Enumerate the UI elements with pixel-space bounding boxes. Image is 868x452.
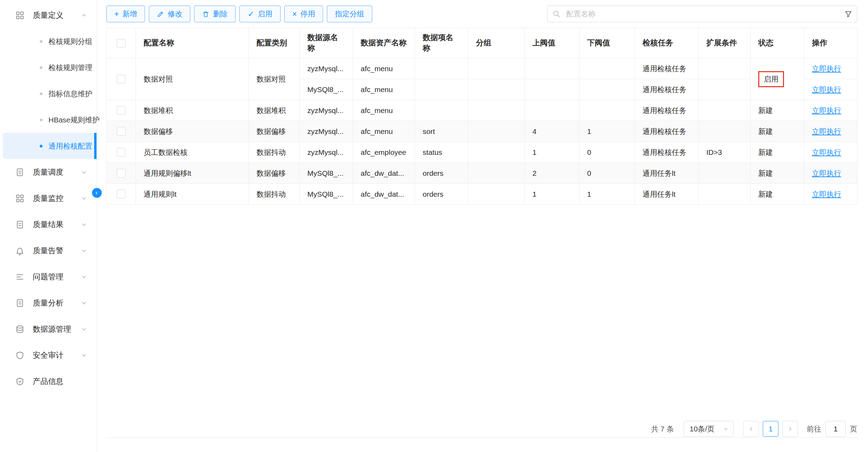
execute-now-link[interactable]: 立即执行 xyxy=(812,148,841,156)
disable-button[interactable]: × 停用 xyxy=(284,6,323,22)
sidebar-item-quality-monitor[interactable]: 质量监控 xyxy=(0,185,97,211)
bullet-dot-icon xyxy=(40,119,43,121)
page-1-button[interactable]: 1 xyxy=(763,421,778,437)
sidebar-item-indicator-maintenance[interactable]: 指标信息维护 xyxy=(3,81,94,107)
enable-button-label: 启用 xyxy=(258,9,272,19)
chevron-down-icon xyxy=(80,326,87,333)
sidebar-item-quality-schedule[interactable]: 质量调度 xyxy=(0,159,97,185)
select-all-checkbox[interactable] xyxy=(117,39,125,48)
row-checkbox-cell xyxy=(107,121,136,142)
row-checkbox[interactable] xyxy=(117,148,125,157)
row-checkbox-cell xyxy=(107,163,136,184)
sidebar-item-quality-analysis[interactable]: 质量分析 xyxy=(0,290,97,316)
sidebar-item-datasource-management[interactable]: 数据源管理 xyxy=(0,316,97,342)
content-spacer xyxy=(106,205,857,420)
sidebar-item-hbase-rule-maintenance[interactable]: HBase规则维护 xyxy=(3,107,94,133)
sidebar-item-issue-management[interactable]: 问题管理 xyxy=(0,264,97,290)
status-text: 新建 xyxy=(758,190,773,198)
plus-icon: + xyxy=(114,10,119,18)
table-header-row: 配置名称 配置类别 数据源名称 数据资产名称 数据项名称 分组 上阀值 下阀值 … xyxy=(107,28,858,58)
sidebar-item-quality-alert[interactable]: 质量告警 xyxy=(0,238,97,264)
cell-upper-threshold: 1 xyxy=(525,142,579,163)
cell-config-name: 通用规则lt xyxy=(136,184,249,205)
execute-now-link[interactable]: 立即执行 xyxy=(812,65,841,73)
sidebar-item-rule-management[interactable]: 检核规则管理 xyxy=(3,54,94,81)
enable-button[interactable]: ✓ 启用 xyxy=(239,6,280,22)
page-unit-label: 页 xyxy=(850,424,857,434)
cell-group xyxy=(468,100,525,121)
sidebar-subitem-label: HBase规则维护 xyxy=(48,115,100,125)
cell-upper-threshold: 2 xyxy=(525,163,579,184)
header-datasource-name: 数据源名称 xyxy=(300,28,353,58)
sidebar-item-label: 问题管理 xyxy=(33,272,80,282)
badge-icon xyxy=(15,376,25,387)
sidebar-item-quality-definition[interactable]: 质量定义 xyxy=(0,2,97,28)
cell-status: 启用 xyxy=(751,58,804,100)
sidebar-item-quality-result[interactable]: 质量结果 xyxy=(0,211,97,238)
next-page-button[interactable]: › xyxy=(782,421,798,437)
table-row: 通用规则lt数据抖动MySQl8_...afc_dw_dat...orders1… xyxy=(107,184,858,205)
delete-button[interactable]: 删除 xyxy=(194,6,236,22)
delete-icon xyxy=(202,10,209,18)
row-checkbox[interactable] xyxy=(117,190,125,198)
cell-group xyxy=(468,163,525,184)
goto-page-input[interactable] xyxy=(825,421,846,437)
status-text: 新建 xyxy=(758,106,773,114)
sidebar-collapse-button[interactable]: ‹ xyxy=(92,188,102,198)
prev-page-button[interactable]: ‹ xyxy=(743,421,759,437)
execute-now-link[interactable]: 立即执行 xyxy=(812,85,841,93)
execute-now-link[interactable]: 立即执行 xyxy=(812,169,841,177)
cell-action: 立即执行 xyxy=(804,184,858,205)
cell-action: 立即执行 xyxy=(804,58,858,79)
cell-config-category: 数据抖动 xyxy=(249,184,300,205)
cell-group xyxy=(468,79,525,100)
search-input[interactable] xyxy=(547,6,857,22)
delete-button-label: 删除 xyxy=(213,9,228,19)
cell-upper-threshold xyxy=(525,100,579,121)
row-checkbox[interactable] xyxy=(117,106,125,115)
cell-data-item-name: orders xyxy=(415,163,468,184)
header-ext-condition: 扩展条件 xyxy=(699,28,751,58)
sidebar-item-rule-group[interactable]: 检核规则分组 xyxy=(3,28,94,54)
sidebar-item-security-audit[interactable]: 安全审计 xyxy=(0,342,97,368)
search-icon xyxy=(552,10,561,18)
row-checkbox[interactable] xyxy=(117,127,125,136)
sidebar-item-label: 质量告警 xyxy=(33,246,80,256)
add-button-label: 新增 xyxy=(122,9,137,19)
page-size-select[interactable]: 10条/页 xyxy=(684,421,733,437)
add-button[interactable]: + 新增 xyxy=(106,6,145,22)
execute-now-link[interactable]: 立即执行 xyxy=(812,127,841,135)
filter-funnel-icon[interactable] xyxy=(844,10,852,18)
row-checkbox[interactable] xyxy=(117,169,125,178)
cell-action: 立即执行 xyxy=(804,79,858,100)
cell-lower-threshold xyxy=(579,100,635,121)
row-checkbox[interactable] xyxy=(117,75,125,83)
sidebar-subitem-label: 检核规则管理 xyxy=(48,63,92,73)
cell-data-item-name xyxy=(415,58,468,79)
table-row: 员工数据检核数据抖动zyzMysql...afc_employeestatus1… xyxy=(107,142,858,163)
config-table: 配置名称 配置类别 数据源名称 数据资产名称 数据项名称 分组 上阀值 下阀值 … xyxy=(106,28,858,205)
cell-config-category: 数据抖动 xyxy=(249,142,300,163)
chevron-down-icon xyxy=(80,352,87,359)
sidebar-item-product-info[interactable]: 产品信息 xyxy=(0,368,97,394)
check-icon: ✓ xyxy=(247,10,254,18)
sidebar-item-label: 安全审计 xyxy=(33,350,80,361)
sidebar-item-general-check-config[interactable]: 通用检核配置 xyxy=(3,133,94,159)
sidebar-item-label: 质量定义 xyxy=(33,10,80,21)
cell-action: 立即执行 xyxy=(804,163,858,184)
document-icon xyxy=(15,219,25,230)
bell-icon xyxy=(15,246,25,256)
sidebar-subitem-label: 检核规则分组 xyxy=(48,37,92,46)
document-icon xyxy=(15,167,25,178)
execute-now-link[interactable]: 立即执行 xyxy=(812,190,841,198)
assign-group-button[interactable]: 指定分组 xyxy=(327,6,372,22)
cell-config-name: 数据偏移 xyxy=(136,121,249,142)
execute-now-link[interactable]: 立即执行 xyxy=(812,106,841,114)
cell-datasource-name: MySQl8_... xyxy=(300,184,353,205)
chevron-down-icon xyxy=(80,273,87,280)
app-root: 质量定义 检核规则分组 检核规则管理 指标信息维护 HBase规则维护 通用检核… xyxy=(0,0,868,452)
edit-button[interactable]: 修改 xyxy=(149,6,190,22)
assign-group-button-label: 指定分组 xyxy=(335,9,364,19)
cell-data-item-name: status xyxy=(415,142,468,163)
sidebar-item-label: 质量监控 xyxy=(33,193,80,204)
